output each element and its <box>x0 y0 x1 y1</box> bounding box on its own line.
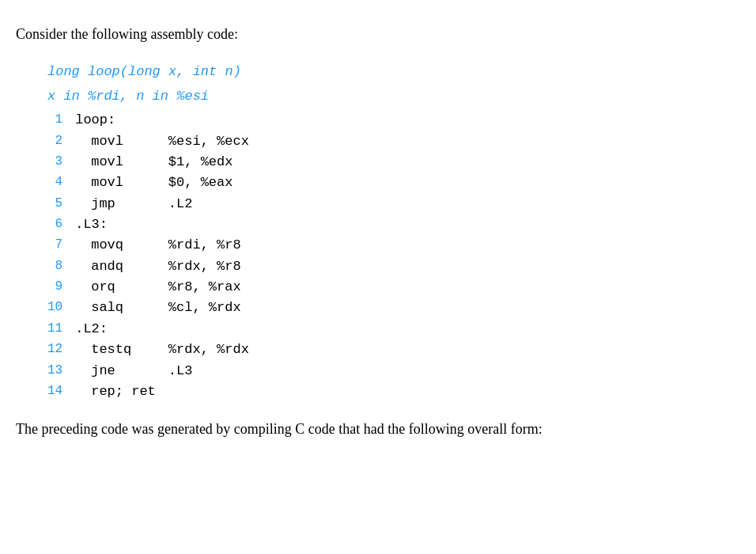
asm-operands: %rdi, %r8 <box>156 235 249 256</box>
table-row: 13jne.L3 <box>47 361 249 381</box>
asm-label: .L2: <box>75 319 249 340</box>
intro-text: Consider the following assembly code: <box>16 24 740 45</box>
asm-label: .L3: <box>75 214 249 235</box>
line-number: 1 <box>47 110 75 131</box>
asm-label: loop: <box>75 110 249 131</box>
table-row: 10salq%cl, %rdx <box>47 298 249 318</box>
asm-mnemonic: jmp <box>75 194 156 214</box>
asm-mnemonic: movl <box>75 131 156 152</box>
line-number: 12 <box>47 340 75 360</box>
code-signature: long loop(long x, int n) <box>47 61 740 82</box>
line-number: 4 <box>47 173 75 193</box>
table-row: 3movl$1, %edx <box>47 152 249 173</box>
line-number: 14 <box>47 381 75 402</box>
asm-mnemonic: movl <box>75 173 156 193</box>
line-number: 13 <box>47 361 75 381</box>
footer-text: The preceding code was generated by comp… <box>16 418 740 441</box>
table-row: 9orq%r8, %rax <box>47 277 249 298</box>
asm-operands: $1, %edx <box>156 152 249 173</box>
line-number: 3 <box>47 152 75 173</box>
line-number: 9 <box>47 277 75 298</box>
table-row: 2movl%esi, %ecx <box>47 131 249 152</box>
asm-mnemonic: jne <box>75 361 156 381</box>
asm-operands: %esi, %ecx <box>156 131 249 152</box>
table-row: 14rep; ret <box>47 381 249 402</box>
table-row: 7movq%rdi, %r8 <box>47 235 249 256</box>
asm-operands: .L3 <box>156 361 249 381</box>
asm-mnemonic: movq <box>75 235 156 256</box>
table-row: 11.L2: <box>47 319 249 340</box>
asm-mnemonic: andq <box>75 256 156 277</box>
asm-operands <box>156 381 249 402</box>
table-row: 5jmp.L2 <box>47 194 249 214</box>
line-number: 10 <box>47 298 75 318</box>
line-number: 2 <box>47 131 75 152</box>
table-row: 12testq%rdx, %rdx <box>47 340 249 360</box>
code-block: long loop(long x, int n) x in %rdi, n in… <box>47 61 740 402</box>
asm-operands: %cl, %rdx <box>156 298 249 318</box>
asm-mnemonic: rep; ret <box>75 381 156 402</box>
code-comment: x in %rdi, n in %esi <box>47 85 740 107</box>
asm-operands: .L2 <box>156 194 249 214</box>
assembly-table: 1loop:2movl%esi, %ecx3movl$1, %edx4movl$… <box>47 110 249 402</box>
asm-operands: %rdx, %rdx <box>156 340 249 360</box>
table-row: 8andq%rdx, %r8 <box>47 256 249 277</box>
line-number: 6 <box>47 214 75 235</box>
table-row: 4movl$0, %eax <box>47 173 249 193</box>
line-number: 11 <box>47 319 75 340</box>
asm-operands: %r8, %rax <box>156 277 249 298</box>
asm-mnemonic: testq <box>75 340 156 360</box>
asm-mnemonic: salq <box>75 298 156 318</box>
asm-operands: %rdx, %r8 <box>156 256 249 277</box>
line-number: 8 <box>47 256 75 277</box>
line-number: 5 <box>47 194 75 214</box>
asm-mnemonic: orq <box>75 277 156 298</box>
asm-mnemonic: movl <box>75 152 156 173</box>
table-row: 6.L3: <box>47 214 249 235</box>
asm-operands: $0, %eax <box>156 173 249 193</box>
table-row: 1loop: <box>47 110 249 131</box>
line-number: 7 <box>47 235 75 256</box>
